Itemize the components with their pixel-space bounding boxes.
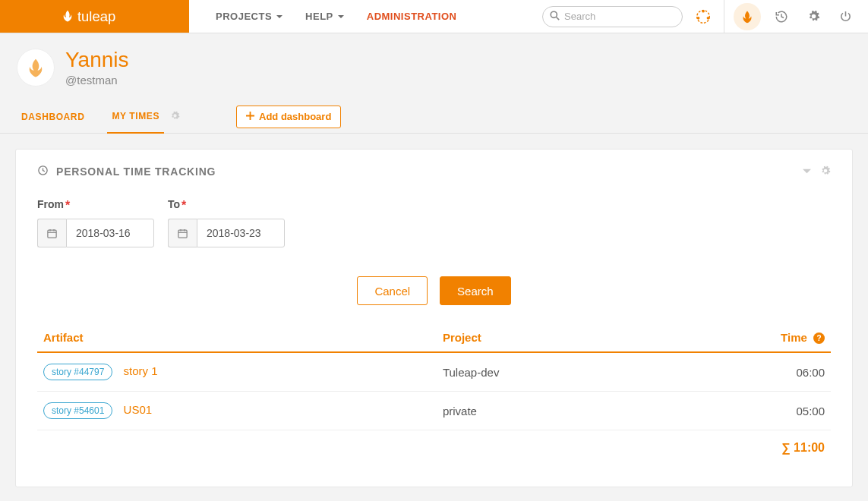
search-wrap <box>542 6 683 27</box>
table-row: story #54601 US01 private 05:00 <box>37 392 831 430</box>
col-artifact: Artifact <box>37 323 437 352</box>
network-icon[interactable] <box>692 5 715 28</box>
svg-rect-7 <box>48 230 56 238</box>
total-value: 11:00 <box>794 441 825 454</box>
nav-projects[interactable]: PROJECTS <box>204 0 294 33</box>
sum-symbol: ∑ <box>781 441 790 454</box>
svg-line-1 <box>557 17 560 20</box>
from-input[interactable] <box>66 219 154 247</box>
panel-gear-icon[interactable] <box>820 165 831 178</box>
clock-icon <box>37 165 49 178</box>
svg-point-0 <box>551 11 557 17</box>
calendar-icon[interactable] <box>37 219 66 247</box>
artifact-link[interactable]: story 1 <box>124 364 158 377</box>
project-cell: private <box>437 392 654 430</box>
tab-mytimes[interactable]: MY TIMES <box>107 100 164 134</box>
date-form: From* To* <box>37 198 831 247</box>
avatar-small[interactable] <box>734 3 761 30</box>
form-buttons: Cancel Search <box>37 276 831 305</box>
from-label: From* <box>37 198 70 213</box>
power-icon[interactable] <box>834 5 857 28</box>
brand-logo[interactable]: tuleap <box>0 0 189 33</box>
plus-icon <box>246 111 254 122</box>
total-row: ∑ 11:00 <box>37 430 831 466</box>
to-field: To* <box>168 198 285 247</box>
nav-divider <box>724 0 724 33</box>
svg-rect-11 <box>178 230 187 238</box>
col-project: Project <box>437 323 654 352</box>
col-time: Time ? <box>654 323 831 352</box>
user-info: Yannis @testman <box>65 49 129 87</box>
svg-point-5 <box>697 17 700 20</box>
user-name: Yannis <box>65 49 129 72</box>
nav-administration-label: ADMINISTRATION <box>367 11 457 22</box>
search-button[interactable]: Search <box>440 276 511 305</box>
top-navbar: tuleap PROJECTS HELP ADMINISTRATION <box>0 0 868 33</box>
nav-help-label: HELP <box>305 11 333 22</box>
panel-actions <box>803 165 831 178</box>
help-icon[interactable]: ? <box>813 332 825 344</box>
time-tracking-panel: PERSONAL TIME TRACKING From* To* <box>15 149 853 487</box>
time-cell: 06:00 <box>654 352 831 392</box>
svg-point-3 <box>702 9 705 12</box>
user-header: Yannis @testman <box>0 33 868 100</box>
nav-help[interactable]: HELP <box>294 0 355 33</box>
to-input[interactable] <box>197 219 285 247</box>
panel-header: PERSONAL TIME TRACKING <box>37 165 831 178</box>
artifact-badge[interactable]: story #44797 <box>43 364 112 380</box>
add-dashboard-label: Add dashboard <box>259 111 331 122</box>
avatar <box>17 49 55 87</box>
table-row: story #44797 story 1 Tuleap-dev 06:00 <box>37 352 831 392</box>
from-field: From* <box>37 198 154 247</box>
project-cell: Tuleap-dev <box>437 352 654 392</box>
artifact-link[interactable]: US01 <box>124 403 153 416</box>
search-icon <box>550 11 560 23</box>
caret-down-icon <box>338 11 344 22</box>
brand-text: tuleap <box>77 8 115 24</box>
search-input[interactable] <box>542 6 683 27</box>
calendar-icon[interactable] <box>168 219 197 247</box>
cancel-button[interactable]: Cancel <box>357 276 428 305</box>
to-label: To* <box>168 198 186 213</box>
panel-title: PERSONAL TIME TRACKING <box>56 165 216 178</box>
artifact-badge[interactable]: story #54601 <box>43 402 112 419</box>
nav-links: PROJECTS HELP ADMINISTRATION <box>189 0 542 33</box>
nav-projects-label: PROJECTS <box>216 11 272 22</box>
user-handle: @testman <box>65 74 129 87</box>
nav-administration[interactable]: ADMINISTRATION <box>355 0 469 33</box>
tuleap-logo-icon: tuleap <box>55 8 153 26</box>
caret-down-icon <box>276 11 282 22</box>
times-table: Artifact Project Time ? story #44797 sto… <box>37 323 831 465</box>
time-cell: 05:00 <box>654 392 831 430</box>
nav-right <box>542 0 868 33</box>
tab-gear-icon[interactable] <box>170 111 180 123</box>
tab-dashboard[interactable]: DASHBOARD <box>17 101 89 133</box>
tabs-bar: DASHBOARD MY TIMES Add dashboard <box>0 100 868 134</box>
gear-icon[interactable] <box>802 5 825 28</box>
history-icon[interactable] <box>770 5 793 28</box>
add-dashboard-button[interactable]: Add dashboard <box>236 106 341 128</box>
panel-caret-icon[interactable] <box>803 165 811 178</box>
svg-point-4 <box>707 17 710 20</box>
